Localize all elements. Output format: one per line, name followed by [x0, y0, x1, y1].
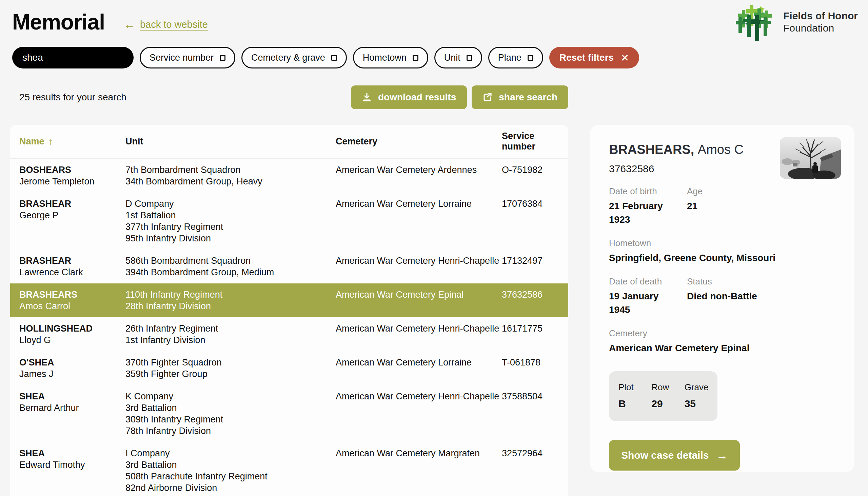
cemetery-cell: American War Cemetery Henri-Chapelle: [336, 390, 502, 437]
column-header-name[interactable]: Name ↑: [19, 136, 125, 147]
download-icon: [362, 92, 372, 103]
service-number-cell: 17076384: [502, 198, 561, 244]
action-buttons: download results share search: [351, 86, 568, 109]
filter-hometown[interactable]: Hometown: [353, 47, 428, 68]
field-value: 19 January 1945: [609, 290, 680, 317]
filter-label: Unit: [444, 52, 461, 63]
service-number-cell: O-751982: [502, 164, 561, 187]
share-search-button[interactable]: share search: [471, 86, 568, 109]
field-value: Springfield, Greene County, Missouri: [609, 251, 841, 265]
surname: BRASHEAR: [19, 255, 125, 266]
unit-cell: 586th Bombardment Squadron 394th Bombard…: [125, 255, 336, 278]
surname: O'SHEA: [19, 357, 125, 368]
expand-box-icon: [413, 55, 418, 61]
field-value: 21: [687, 199, 702, 213]
unit-cell: 370th Fighter Squadron 359th Fighter Gro…: [125, 357, 336, 380]
filter-plane[interactable]: Plane: [488, 47, 543, 68]
case-surname: BRASHEARS,: [609, 142, 694, 157]
surname: SHEA: [19, 448, 125, 459]
field-value: 21 February 1923: [609, 199, 680, 227]
expand-box-icon: [467, 55, 472, 61]
field-label: Plot: [618, 382, 651, 392]
field-value: 29: [651, 398, 684, 409]
field-label: Row: [651, 382, 684, 392]
header: Memorial ← back to website: [0, 0, 868, 39]
surname: BOSHEARS: [19, 164, 125, 176]
cemetery-cell: American War Cemetery Epinal: [336, 289, 502, 312]
field-label: Hometown: [609, 238, 841, 248]
service-number-cell: 32572964: [502, 448, 561, 494]
table-row[interactable]: BOSHEARS Jerome Templeton 7th Bombardmen…: [10, 159, 568, 192]
field-label: Age: [687, 186, 702, 197]
given-name: Jerome Templeton: [19, 176, 125, 187]
download-results-button[interactable]: download results: [351, 86, 467, 109]
given-name: George P: [19, 210, 125, 221]
table-row[interactable]: O'SHEA James J 370th Fighter Squadron 35…: [10, 351, 568, 385]
name-cell: BRASHEARS Amos Carrol: [19, 289, 125, 312]
close-icon: ✕: [620, 52, 629, 64]
column-label: Name: [19, 136, 44, 147]
table-row[interactable]: HOLLINGSHEAD Lloyd G 26th Infantry Regim…: [10, 317, 568, 351]
field-value: 35: [685, 398, 717, 409]
field-label: Date of death: [609, 276, 687, 287]
unit-cell: 7th Bombardment Squadron 34th Bombardmen…: [125, 164, 336, 187]
expand-box-icon: [220, 55, 226, 61]
table-row[interactable]: SHEA Bernard Arthur K Company 3rd Battal…: [10, 385, 568, 442]
filter-label: Plane: [498, 52, 522, 63]
reset-filters-button[interactable]: Reset filters ✕: [549, 47, 639, 68]
surname: BRASHEAR: [19, 198, 125, 210]
field-value: B: [618, 398, 651, 409]
main-content: Name ↑ Unit Cemetery Service number BOSH…: [10, 125, 868, 496]
filter-cemetery-grave[interactable]: Cemetery & grave: [242, 47, 347, 68]
grave-location-box: Plot B Row 29 Grave 35: [609, 371, 717, 421]
share-icon: [482, 92, 493, 103]
search-input[interactable]: [12, 47, 134, 68]
download-label: download results: [378, 92, 456, 103]
results-table: Name ↑ Unit Cemetery Service number BOSH…: [10, 125, 568, 496]
filter-label: Hometown: [363, 52, 406, 63]
back-to-website-link[interactable]: ← back to website: [124, 18, 208, 31]
column-header-service-number: Service number: [502, 131, 561, 152]
cemetery-cell: American War Cemetery Lorraine: [336, 357, 502, 380]
name-cell: BRASHEAR George P: [19, 198, 125, 244]
share-label: share search: [499, 92, 557, 103]
cta-label: Show case details: [621, 450, 709, 461]
case-detail-panel: BRASHEARS, Amos C 37632586 Date of birth…: [590, 125, 854, 472]
reset-label: Reset filters: [559, 52, 614, 63]
expand-box-icon: [528, 55, 533, 61]
results-bar: 25 results for your search download resu…: [12, 86, 568, 109]
show-case-details-button[interactable]: Show case details →: [609, 440, 740, 470]
page-title: Memorial: [12, 10, 105, 35]
given-name: Edward Timothy: [19, 459, 125, 470]
name-cell: HOLLINGSHEAD Lloyd G: [19, 323, 125, 346]
table-row[interactable]: BRASHEAR Lawrence Clark 586th Bombardmen…: [10, 249, 568, 283]
name-cell: BRASHEAR Lawrence Clark: [19, 255, 125, 278]
table-row[interactable]: BRASHEAR George P D Company 1st Battalio…: [10, 192, 568, 249]
back-arrow-icon: ←: [124, 18, 135, 31]
date-of-death-field: Date of death 19 January 1945: [609, 276, 687, 317]
status-field: Status Died non-Battle: [687, 276, 757, 317]
unit-cell: D Company 1st Battalion 377th Infantry R…: [125, 198, 336, 244]
name-cell: O'SHEA James J: [19, 357, 125, 380]
cemetery-cell: American War Cemetery Henri-Chapelle: [336, 255, 502, 278]
logo-line-1: Fields of Honor: [783, 10, 858, 22]
filter-service-number[interactable]: Service number: [140, 47, 235, 68]
column-header-unit: Unit: [125, 136, 336, 147]
given-name: Lawrence Clark: [19, 266, 125, 278]
given-name: Bernard Arthur: [19, 402, 125, 414]
back-link-label: back to website: [140, 19, 208, 30]
plot-field: Plot B: [618, 382, 651, 409]
cemetery-cell: American War Cemetery Margraten: [336, 448, 502, 494]
field-label: Status: [687, 276, 757, 287]
logo-line-2: Foundation: [783, 22, 858, 34]
surname: SHEA: [19, 390, 125, 402]
filter-unit[interactable]: Unit: [434, 47, 482, 68]
field-label: Grave: [685, 382, 717, 392]
age-field: Age 21: [687, 186, 702, 227]
name-cell: BOSHEARS Jerome Templeton: [19, 164, 125, 187]
table-row[interactable]: SHEA Edward Timothy I Company 3rd Battal…: [10, 442, 568, 496]
foundation-logo-icon: [736, 3, 777, 41]
table-row-selected[interactable]: BRASHEARS Amos Carrol 110th Infantry Reg…: [10, 283, 568, 317]
filter-label: Service number: [150, 52, 214, 63]
name-cell: SHEA Bernard Arthur: [19, 390, 125, 437]
